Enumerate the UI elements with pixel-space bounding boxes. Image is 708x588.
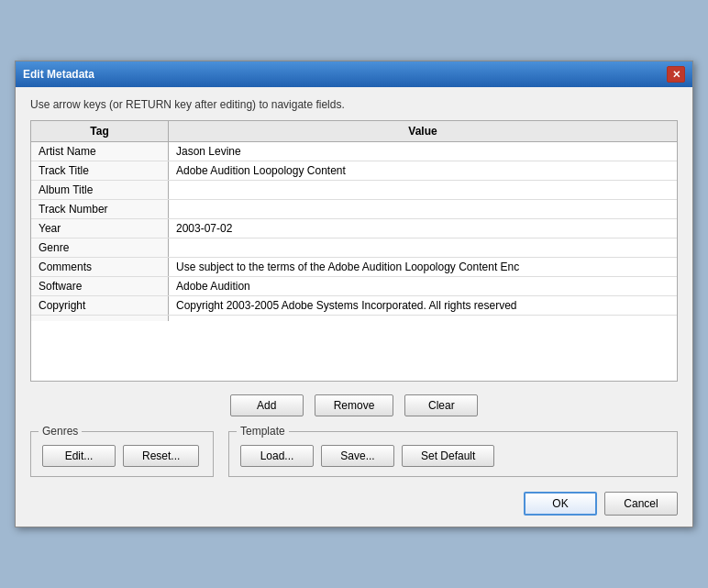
genres-group: Genres Edit... Reset... (30, 431, 214, 477)
cancel-button[interactable]: Cancel (604, 492, 678, 516)
remove-button[interactable]: Remove (315, 394, 394, 416)
action-buttons-row: Add Remove Clear (30, 391, 678, 420)
template-load-button[interactable]: Load... (240, 445, 314, 467)
table-row[interactable]: Genre (31, 239, 677, 258)
value-cell[interactable]: Use subject to the terms of the Adobe Au… (169, 258, 677, 276)
tag-cell: Year (31, 219, 169, 238)
metadata-table: Tag Value Artist NameJason LevineTrack T… (30, 120, 678, 382)
tag-cell: Comments (31, 258, 169, 276)
edit-metadata-dialog: Edit Metadata ✕ Use arrow keys (or RETUR… (15, 61, 693, 527)
genres-buttons: Edit... Reset... (42, 445, 202, 467)
table-row[interactable] (31, 316, 677, 321)
add-button[interactable]: Add (230, 394, 304, 416)
table-row[interactable]: SoftwareAdobe Audition (31, 277, 677, 296)
value-cell[interactable]: Adobe Audition (169, 277, 677, 295)
genres-reset-button[interactable]: Reset... (123, 445, 199, 467)
tag-cell: Software (31, 277, 169, 295)
genres-edit-button[interactable]: Edit... (42, 445, 116, 467)
value-cell[interactable]: Adobe Audition Loopology Content (169, 161, 677, 180)
ok-button[interactable]: OK (524, 492, 597, 516)
tag-cell: Genre (31, 239, 169, 257)
tag-cell: Copyright (31, 296, 169, 315)
value-cell[interactable]: 2003-07-02 (169, 219, 677, 238)
hint-text: Use arrow keys (or RETURN key after edit… (30, 98, 678, 111)
tag-cell: Album Title (31, 181, 169, 199)
genres-label: Genres (39, 425, 82, 438)
value-cell[interactable] (169, 239, 677, 257)
table-row[interactable]: CopyrightCopyright 2003-2005 Adobe Syste… (31, 296, 677, 316)
header-tag: Tag (31, 121, 169, 141)
tag-cell (31, 316, 169, 321)
template-label: Template (237, 425, 289, 438)
table-row[interactable]: Album Title (31, 181, 677, 200)
table-row[interactable]: CommentsUse subject to the terms of the … (31, 258, 677, 277)
table-row[interactable]: Track TitleAdobe Audition Loopology Cont… (31, 161, 677, 181)
value-cell[interactable] (169, 181, 677, 199)
table-header: Tag Value (31, 121, 677, 142)
table-body[interactable]: Artist NameJason LevineTrack TitleAdobe … (31, 142, 677, 381)
value-cell[interactable]: Jason Levine (169, 142, 677, 161)
close-button[interactable]: ✕ (667, 66, 685, 83)
table-row[interactable]: Year2003-07-02 (31, 219, 677, 239)
value-cell[interactable]: Copyright 2003-2005 Adobe Systems Incorp… (169, 296, 677, 315)
tag-cell: Track Number (31, 200, 169, 218)
template-buttons: Load... Save... Set Default (240, 445, 666, 467)
header-value: Value (169, 121, 677, 141)
dialog-title: Edit Metadata (23, 68, 94, 81)
tag-cell: Artist Name (31, 142, 169, 161)
dialog-body: Use arrow keys (or RETURN key after edit… (16, 87, 692, 527)
table-row[interactable]: Artist NameJason Levine (31, 142, 677, 161)
value-cell[interactable] (169, 200, 677, 218)
clear-button[interactable]: Clear (404, 394, 478, 416)
template-group: Template Load... Save... Set Default (228, 431, 678, 477)
template-save-button[interactable]: Save... (321, 445, 394, 467)
title-bar: Edit Metadata ✕ (16, 61, 692, 87)
template-set-default-button[interactable]: Set Default (402, 445, 494, 467)
table-row[interactable]: Track Number (31, 200, 677, 219)
tag-cell: Track Title (31, 161, 169, 180)
lower-section: Genres Edit... Reset... Template Load...… (30, 431, 678, 477)
value-cell[interactable] (169, 316, 677, 321)
footer-row: OK Cancel (30, 488, 678, 516)
